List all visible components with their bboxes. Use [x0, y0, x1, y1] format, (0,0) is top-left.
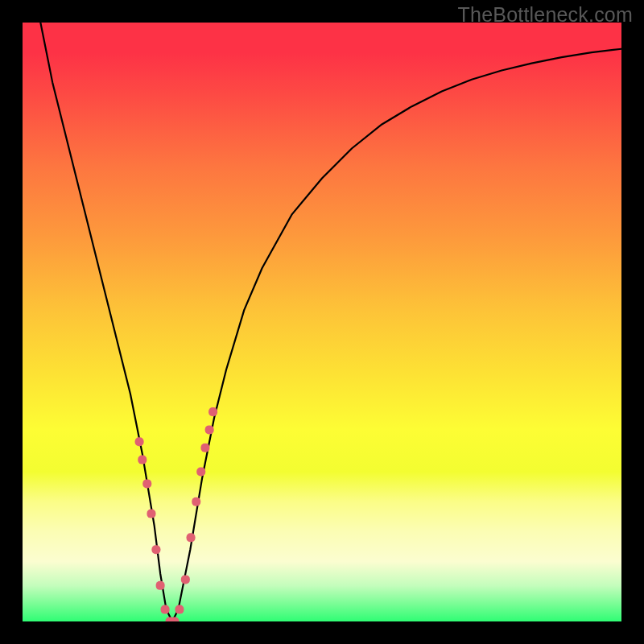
chart-frame: TheBottleneck.com — [0, 0, 644, 644]
marker-point — [175, 605, 184, 614]
marker-point — [196, 468, 205, 477]
marker-point — [200, 444, 209, 452]
marker-point — [138, 456, 147, 464]
curve-path — [40, 23, 621, 621]
watermark-text: TheBottleneck.com — [458, 3, 633, 27]
marker-point — [135, 437, 144, 446]
optimal-zone-markers — [135, 407, 218, 621]
marker-point — [151, 545, 160, 554]
chart-svg — [23, 23, 621, 621]
marker-point — [192, 497, 200, 506]
marker-point — [205, 425, 214, 434]
plot-area — [23, 23, 621, 621]
marker-point — [142, 479, 151, 488]
marker-point — [156, 581, 165, 590]
marker-point — [187, 533, 196, 542]
marker-point — [161, 605, 170, 614]
bottleneck-curve — [40, 23, 621, 621]
marker-point — [181, 575, 190, 584]
marker-point — [208, 407, 217, 416]
marker-point — [147, 510, 155, 518]
